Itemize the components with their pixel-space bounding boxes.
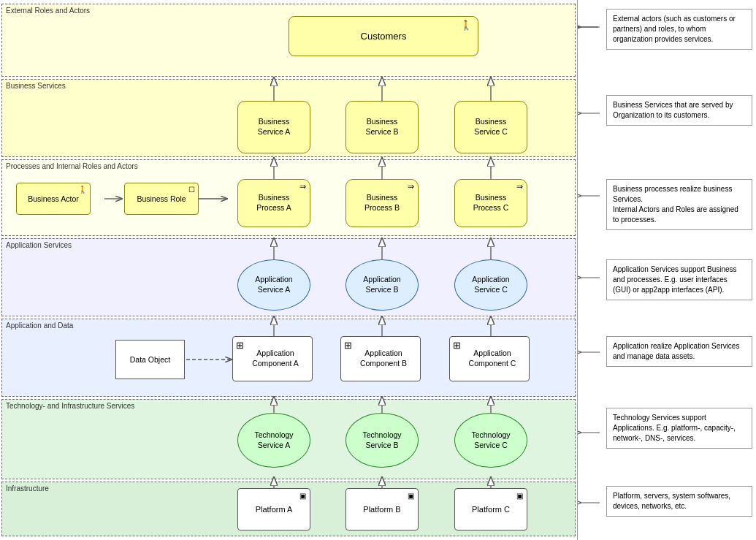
lane-app-data-label: Application and Data bbox=[6, 322, 73, 330]
business-actor-label: Business Actor bbox=[28, 194, 78, 203]
platform-b-inner: Platform B ▣ bbox=[346, 489, 418, 530]
tech-service-a[interactable]: Technology Service A bbox=[237, 413, 310, 468]
data-object[interactable]: Data Object bbox=[115, 340, 185, 379]
platform-c-label: Platform C bbox=[472, 505, 510, 514]
process-c-icon: ⇒ bbox=[516, 182, 523, 191]
legend-text-app-data: Application realize Application Services… bbox=[613, 342, 739, 360]
app-service-b[interactable]: Application Service B bbox=[345, 259, 419, 311]
bpc-label: Business Process C bbox=[473, 193, 508, 213]
legend-box-app-services: Application Services support Business an… bbox=[606, 259, 752, 300]
business-service-a[interactable]: Business Service A bbox=[237, 101, 310, 153]
business-actor-inner: Business Actor 🚶 bbox=[17, 183, 90, 214]
process-b-icon: ⇒ bbox=[408, 182, 414, 191]
platform-a-label: Platform A bbox=[256, 505, 293, 514]
legend-text-app-services: Application Services support Business an… bbox=[613, 265, 737, 294]
lane-processes-label: Processes and Internal Roles and Actors bbox=[6, 162, 138, 170]
app-svc-c-label: Application Service C bbox=[472, 275, 509, 294]
platform-a-inner: Platform A ▣ bbox=[238, 489, 310, 530]
actor-icon: 🚶 bbox=[78, 186, 87, 194]
diagram: External Roles and Actors Business Servi… bbox=[0, 0, 577, 540]
legend-text-business: Business Services that are served by Org… bbox=[613, 101, 733, 119]
business-service-b[interactable]: Business Service B bbox=[345, 101, 419, 153]
customers-actor-icon: 🚶 bbox=[460, 20, 472, 31]
app-comp-a-inner: ⊞ Application Component A bbox=[233, 337, 312, 381]
legend-text-external: External actors (such as customers or pa… bbox=[613, 15, 736, 43]
business-role-inner: Business Role ☐ bbox=[125, 183, 198, 214]
legend-box-external: External actors (such as customers or pa… bbox=[606, 9, 752, 50]
bpa-label: Business Process A bbox=[256, 193, 291, 213]
customers-node[interactable]: Customers 🚶 bbox=[289, 16, 478, 56]
lane-tech-label: Technology- and Infrastructure Services bbox=[6, 402, 134, 410]
app-comp-c-inner: ⊞ Application Component C bbox=[450, 337, 529, 381]
app-svc-b-label: Application Service B bbox=[363, 275, 400, 294]
app-comp-c-label: Application Component C bbox=[463, 349, 516, 368]
lane-business-label: Business Services bbox=[6, 82, 66, 90]
tech-svc-c-label: Technology Service C bbox=[471, 430, 510, 450]
business-process-b[interactable]: Business Process B ⇒ bbox=[345, 179, 419, 227]
role-icon: ☐ bbox=[188, 186, 195, 194]
app-comp-a-label: Application Component A bbox=[246, 349, 299, 368]
business-process-a[interactable]: Business Process A ⇒ bbox=[237, 179, 310, 227]
legend-text-tech: Technology Services support Applications… bbox=[613, 414, 736, 442]
legend-arrow-1 bbox=[578, 16, 600, 38]
business-actor[interactable]: Business Actor 🚶 bbox=[16, 183, 91, 215]
app-component-b[interactable]: ⊞ Application Component B bbox=[340, 336, 421, 381]
legend-text-infra: Platform, servers, system softwares, dev… bbox=[613, 492, 730, 510]
lane-app-services-label: Application Services bbox=[6, 241, 72, 249]
business-role[interactable]: Business Role ☐ bbox=[124, 183, 199, 215]
bpb-label: Business Process B bbox=[364, 193, 400, 213]
platform-a-icon: ▣ bbox=[299, 492, 306, 500]
platform-c-icon: ▣ bbox=[516, 492, 523, 500]
tech-svc-b-label: Technology Service B bbox=[362, 430, 401, 450]
legend-box-tech: Technology Services support Applications… bbox=[606, 408, 752, 449]
legend-box-business: Business Services that are served by Org… bbox=[606, 95, 752, 126]
app-comp-b-label: Application Component B bbox=[354, 349, 407, 368]
process-a-icon: ⇒ bbox=[299, 182, 306, 191]
comp-c-icon: ⊞ bbox=[453, 340, 461, 351]
data-object-label: Data Object bbox=[130, 355, 170, 364]
platform-c[interactable]: Platform C ▣ bbox=[454, 488, 527, 531]
app-component-a[interactable]: ⊞ Application Component A bbox=[232, 336, 313, 381]
bpb-inner: Business Process B ⇒ bbox=[346, 180, 418, 227]
tech-svc-a-label: Technology Service A bbox=[254, 430, 293, 450]
customers-inner: Customers 🚶 bbox=[289, 17, 478, 56]
lane-infra-label: Infrastructure bbox=[6, 484, 49, 493]
business-role-label: Business Role bbox=[137, 194, 186, 203]
business-service-c[interactable]: Business Service C bbox=[454, 101, 527, 153]
platform-b-label: Platform B bbox=[363, 505, 400, 514]
app-comp-b-inner: ⊞ Application Component B bbox=[341, 337, 420, 381]
lane-external-label: External Roles and Actors bbox=[6, 7, 90, 15]
platform-c-inner: Platform C ▣ bbox=[455, 489, 527, 530]
bpa-inner: Business Process A ⇒ bbox=[238, 180, 310, 227]
legend-box-processes: Business processes realize business Serv… bbox=[606, 179, 752, 230]
tech-service-b[interactable]: Technology Service B bbox=[345, 413, 419, 468]
bpc-inner: Business Process C ⇒ bbox=[455, 180, 527, 227]
customers-label: Customers bbox=[361, 31, 407, 42]
app-svc-a-label: Application Service A bbox=[255, 275, 292, 294]
app-service-c[interactable]: Application Service C bbox=[454, 259, 527, 311]
legend-text-processes: Business processes realize business Serv… bbox=[613, 185, 738, 224]
comp-b-icon: ⊞ bbox=[344, 340, 352, 351]
tech-service-c[interactable]: Technology Service C bbox=[454, 413, 527, 468]
platform-a[interactable]: Platform A ▣ bbox=[237, 488, 310, 531]
bsb-label: Business Service B bbox=[366, 117, 399, 137]
legend-box-app-data: Application realize Application Services… bbox=[606, 336, 752, 367]
business-process-c[interactable]: Business Process C ⇒ bbox=[454, 179, 527, 227]
bsa-label: Business Service A bbox=[258, 117, 290, 137]
platform-b-icon: ▣ bbox=[408, 492, 414, 500]
platform-b[interactable]: Platform B ▣ bbox=[345, 488, 419, 531]
bsc-label: Business Service C bbox=[474, 117, 508, 137]
legend-box-infra: Platform, servers, system softwares, dev… bbox=[606, 486, 752, 517]
legend-arrow-1-svg bbox=[578, 22, 600, 32]
app-service-a[interactable]: Application Service A bbox=[237, 259, 310, 311]
comp-a-icon: ⊞ bbox=[236, 340, 244, 351]
app-component-c[interactable]: ⊞ Application Component C bbox=[449, 336, 530, 381]
legend-panel: External actors (such as customers or pa… bbox=[577, 0, 756, 540]
